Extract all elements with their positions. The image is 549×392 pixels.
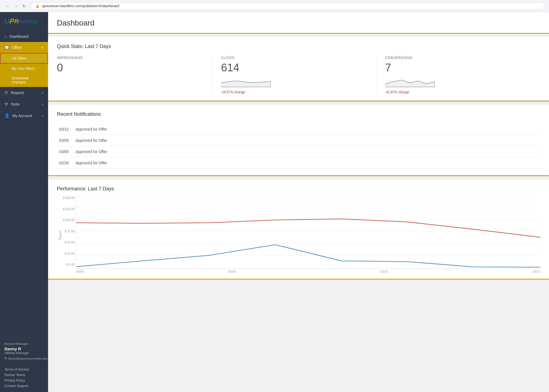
notif-text-1: Approved for Offer <box>73 124 540 135</box>
revenue-line <box>76 219 540 237</box>
main-content: Dashboard Quick Stats: Last 7 Days IMPRE… <box>48 12 549 392</box>
y-axis: $ 150.00 $ 125.00 $ 100.00 $ 75.00 $ 50.… <box>57 196 75 266</box>
back-button[interactable]: ← <box>4 3 11 9</box>
conversions-value: 7 <box>385 61 531 74</box>
browser-chrome: ← → ↻ 🔒 uprevenue.hasoffers.com/publishe… <box>0 0 549 12</box>
notification-row: 03/12 Approved for Offer <box>57 124 540 135</box>
page-header: Dashboard <box>48 12 549 34</box>
performance-section: Performance: Last 7 Days Payout $ 150.00… <box>48 179 549 280</box>
email-icon: ✉ <box>4 357 7 360</box>
sidebar-item-offers[interactable]: 💬 Offers ∧ <box>0 42 48 53</box>
clicks-label: CLICKS <box>221 56 367 60</box>
payout-line <box>76 245 540 267</box>
sidebar-nav: ⌂ Dashboard 💬 Offers ∧ All Offers My Liv… <box>0 31 48 339</box>
sidebar-item-my-account[interactable]: 👤 My Account ∨ <box>0 110 48 122</box>
y-125: $ 125.00 <box>57 207 75 211</box>
notif-date-4: 02/28 <box>57 157 73 169</box>
clicks-sparkline <box>221 76 367 88</box>
reports-chevron: ∨ <box>41 91 44 95</box>
notif-date-1: 03/12 <box>57 124 73 135</box>
account-manager-section: Account Manager: Danny R Affiliate Manag… <box>0 339 48 363</box>
stat-impressions: IMPRESSIONS 0 <box>57 56 212 94</box>
nav-buttons: ← → ↻ <box>4 3 27 9</box>
x-03-10: 03/10 <box>380 270 388 273</box>
notification-row: 03/05 Approved for Offer <box>57 135 540 146</box>
sidebar-item-all-offers[interactable]: All Offers <box>0 53 48 64</box>
contact-link[interactable]: Contact Support <box>4 383 44 389</box>
chart-svg-container <box>76 196 540 269</box>
app-container: UPRevenue ⌂ Dashboard 💬 Offers ∧ All Off… <box>0 12 549 392</box>
sidebar-logo: UPRevenue <box>0 12 48 31</box>
conversions-sparkline-svg <box>385 76 434 87</box>
clicks-value: 614 <box>221 61 367 74</box>
notif-text-4: Approved for Offer <box>73 157 540 169</box>
account-manager-label: Account Manager: <box>4 342 44 345</box>
sidebar-item-reports[interactable]: ☰ Reports ∨ <box>0 87 48 98</box>
offers-icon: 💬 <box>4 45 9 50</box>
performance-chart-svg <box>76 196 540 267</box>
notif-date-2: 03/05 <box>57 135 73 146</box>
quick-stats-title: Quick Stats: Last 7 Days <box>57 44 540 49</box>
y-100: $ 100.00 <box>57 218 75 222</box>
conversions-change: -41.67% change <box>385 90 531 94</box>
offers-chevron: ∧ <box>41 45 44 50</box>
home-icon: ⌂ <box>4 34 7 39</box>
notifications-tbody: 03/12 Approved for Offer 03/05 Approved … <box>57 124 540 169</box>
chart-wrapper: Payout $ 150.00 $ 125.00 $ 100.00 $ 75.0… <box>57 196 540 274</box>
notifications-content: Recent Notifications 03/12 Approved for … <box>48 105 549 175</box>
conversions-label: CONVERSIONS <box>385 56 531 60</box>
logo-up: U <box>4 17 10 26</box>
notifications-title: Recent Notifications <box>57 111 540 117</box>
y-75: $ 75.00 <box>57 230 75 233</box>
x-03-11: 03/11 <box>533 270 540 273</box>
notification-row: 03/05 Approved for Offer <box>57 146 540 157</box>
sidebar-item-tools[interactable]: ⚒ Tools ∨ <box>0 98 48 110</box>
clicks-sparkline-svg <box>221 76 271 87</box>
sidebar-item-scheduled-changes[interactable]: Scheduled Changes <box>0 73 48 87</box>
quick-stats-section: Quick Stats: Last 7 Days IMPRESSIONS 0 C… <box>48 37 549 101</box>
notif-text-2: Approved for Offer <box>73 135 540 146</box>
logo: UPRevenue <box>4 17 44 26</box>
address-bar[interactable]: 🔒 uprevenue.hasoffers.com/publisher/#!/d… <box>31 2 545 9</box>
sidebar-offers-menu: 💬 Offers ∧ All Offers My Live Offers Sch… <box>0 42 48 87</box>
account-email: ✉ danny@upventuremedia.com <box>4 357 44 360</box>
page-title: Dashboard <box>57 19 540 27</box>
stat-conversions: CONVERSIONS 7 -41.67% change <box>376 56 540 94</box>
stat-clicks: CLICKS 614 -18.57% change <box>212 56 376 94</box>
reload-button[interactable]: ↻ <box>21 3 27 9</box>
url-text: uprevenue.hasoffers.com/publisher/#!/das… <box>42 4 119 8</box>
stats-container: IMPRESSIONS 0 CLICKS 614 -18 <box>57 56 540 94</box>
offers-label: Offers <box>12 45 38 50</box>
sidebar-footer-links: Terms of Service Partner Terms Privacy P… <box>0 363 48 392</box>
account-chevron: ∨ <box>41 114 44 118</box>
logo-p: P <box>10 17 14 26</box>
impressions-label: IMPRESSIONS <box>57 56 203 60</box>
notifications-section: Recent Notifications 03/12 Approved for … <box>48 105 549 176</box>
sidebar-item-dashboard[interactable]: ⌂ Dashboard <box>0 31 48 42</box>
notif-text-3: Approved for Offer <box>73 146 540 157</box>
logo-r: R <box>14 18 19 25</box>
y-0: $ 0.00 <box>57 263 75 266</box>
notification-row: 02/28 Approved for Offer <box>57 157 540 169</box>
y-25: $ 25.00 <box>57 252 75 255</box>
y-150: $ 150.00 <box>57 196 75 199</box>
conversions-sparkline <box>385 76 531 88</box>
terms-link[interactable]: Terms of Service <box>4 367 44 372</box>
sidebar-item-my-live-offers[interactable]: My Live Offers <box>0 64 48 73</box>
notif-date-3: 03/05 <box>57 146 73 157</box>
clicks-change: -18.57% change <box>221 90 367 94</box>
tools-chevron: ∨ <box>41 103 44 106</box>
quick-stats-content: Quick Stats: Last 7 Days IMPRESSIONS 0 C… <box>48 37 549 101</box>
reports-icon: ☰ <box>4 90 8 95</box>
x-03-08: 03/08 <box>76 270 84 273</box>
privacy-link[interactable]: Privacy Policy <box>4 378 44 383</box>
account-manager-title: Affiliate Manager <box>4 351 44 355</box>
partner-terms-link[interactable]: Partner Terms <box>4 372 44 378</box>
tools-icon: ⚒ <box>4 102 8 107</box>
forward-button[interactable]: → <box>13 3 19 9</box>
notifications-table: 03/12 Approved for Offer 03/05 Approved … <box>57 124 540 169</box>
account-icon: 👤 <box>4 113 10 118</box>
y-50: $ 50.00 <box>57 241 75 244</box>
sidebar: UPRevenue ⌂ Dashboard 💬 Offers ∧ All Off… <box>0 12 48 392</box>
performance-title: Performance: Last 7 Days <box>57 186 540 192</box>
